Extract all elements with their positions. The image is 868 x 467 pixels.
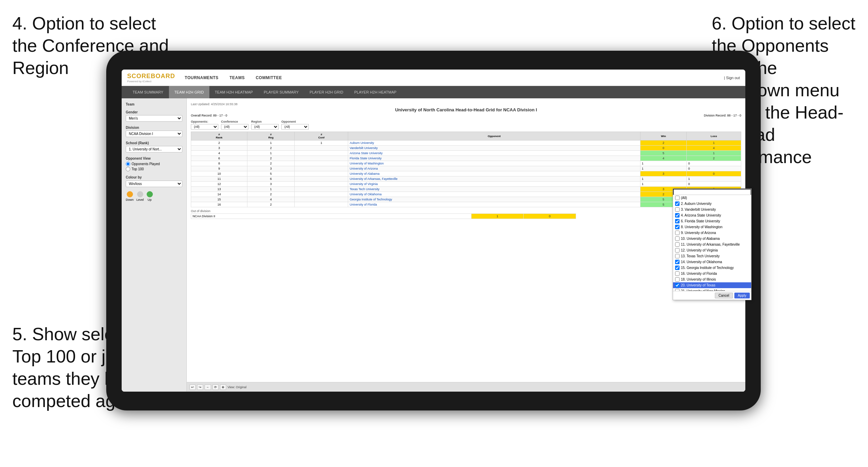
- dropdown-item[interactable]: (All): [673, 195, 751, 201]
- col-win: Win: [640, 132, 686, 140]
- toolbar-redo[interactable]: ↪: [197, 384, 203, 390]
- dropdown-item[interactable]: 10. University of Alabama: [673, 236, 751, 242]
- cell-opponent[interactable]: Vanderbilt University: [348, 146, 640, 151]
- sub-nav-team-h2h-grid[interactable]: TEAM H2H GRID: [169, 86, 209, 98]
- cell-conf: [295, 151, 348, 156]
- cell-opponent[interactable]: University of Florida: [348, 202, 640, 207]
- cell-opponent[interactable]: Arizona State University: [348, 151, 640, 156]
- dropdown-item-checkbox-8[interactable]: [675, 242, 680, 247]
- sub-nav-player-summary[interactable]: PLAYER SUMMARY: [258, 86, 304, 98]
- dropdown-item[interactable]: 16. University of Florida: [673, 271, 751, 276]
- radio-opponents-played-input[interactable]: [126, 162, 130, 166]
- sub-nav-player-h2h-grid[interactable]: PLAYER H2H GRID: [304, 86, 349, 98]
- cancel-button[interactable]: Cancel: [715, 293, 733, 298]
- cell-opponent[interactable]: Florida State University: [348, 156, 640, 161]
- dropdown-item[interactable]: 11. University of Arkansas, Fayetteville: [673, 242, 751, 247]
- toolbar-zoom[interactable]: ⊕: [220, 384, 226, 390]
- cell-opponent[interactable]: University of Washington: [348, 161, 640, 166]
- cell-loss: 0: [687, 166, 741, 171]
- dropdown-item-checkbox-1[interactable]: [675, 201, 680, 206]
- sub-nav-team-summary[interactable]: TEAM SUMMARY: [127, 86, 169, 98]
- sign-out[interactable]: | Sign out: [724, 76, 740, 80]
- dropdown-item[interactable]: 14. University of Oklahoma: [673, 259, 751, 265]
- cell-rank: 8: [191, 161, 247, 166]
- table-row: 16 2 University of Florida 5 1: [191, 202, 741, 207]
- dropdown-item-checkbox-5[interactable]: [675, 225, 680, 229]
- dropdown-item[interactable]: 18. University of Illinois: [673, 276, 751, 282]
- dropdown-item-label: 6. Florida State University: [681, 219, 720, 223]
- sub-nav-player-h2h-heatmap[interactable]: PLAYER H2H HEATMAP: [349, 86, 402, 98]
- table-row: 11 6 University of Arkansas, Fayettevill…: [191, 176, 741, 182]
- sub-nav-team-h2h-heatmap[interactable]: TEAM H2H HEATMAP: [209, 86, 258, 98]
- dropdown-item-checkbox-2[interactable]: [675, 207, 680, 212]
- dropdown-item-checkbox-14[interactable]: [675, 277, 680, 282]
- dropdown-item-checkbox-12[interactable]: [675, 266, 680, 270]
- dropdown-search-input[interactable]: [673, 189, 751, 195]
- dropdown-item[interactable]: 4. Arizona State University: [673, 212, 751, 218]
- sidebar-division-select[interactable]: NCAA Division I: [126, 131, 182, 137]
- toolbar-back[interactable]: ←: [205, 384, 211, 390]
- dropdown-item-checkbox-3[interactable]: [675, 213, 680, 218]
- dropdown-item-checkbox-9[interactable]: [675, 248, 680, 253]
- dropdown-item[interactable]: 6. Florida State University: [673, 218, 751, 224]
- table-row: 8 2 University of Washington 1 0: [191, 161, 741, 166]
- cell-opponent[interactable]: Georgia Institute of Technology: [348, 197, 640, 202]
- radio-top100-input[interactable]: [126, 167, 130, 171]
- cell-loss: 1: [687, 151, 741, 156]
- filter-conference-select[interactable]: (All): [221, 124, 248, 130]
- filter-opponent-select[interactable]: (All): [281, 124, 309, 130]
- cell-rank: 4: [191, 151, 247, 156]
- dropdown-item[interactable]: 13. Texas Tech University: [673, 253, 751, 259]
- tablet: SCOREBOARD Powered by iCollect TOURNAMEN…: [106, 51, 761, 410]
- cell-opponent[interactable]: Auburn University: [348, 140, 640, 146]
- dropdown-item[interactable]: 21. University of New Mexico: [673, 288, 751, 291]
- cell-rank: 16: [191, 202, 247, 207]
- dropdown-item-label: 18. University of Illinois: [681, 278, 716, 281]
- cell-opponent[interactable]: University of Virginia: [348, 182, 640, 187]
- col-opponent: Opponent: [348, 132, 640, 140]
- cell-opponent[interactable]: University of Oklahoma: [348, 192, 640, 197]
- dropdown-item-checkbox-15[interactable]: [675, 283, 680, 287]
- filter-opponents-select[interactable]: (All): [191, 124, 218, 130]
- dropdown-item-checkbox-10[interactable]: [675, 254, 680, 258]
- dropdown-item[interactable]: 3. Vanderbilt University: [673, 207, 751, 212]
- nav-tournaments[interactable]: TOURNAMENTS: [185, 75, 219, 80]
- sidebar-school-select[interactable]: 1. University of Nort...: [126, 146, 182, 152]
- nav-teams[interactable]: TEAMS: [230, 75, 245, 80]
- filter-opponent: Opponent (All): [281, 120, 309, 130]
- apply-button[interactable]: Apply: [734, 293, 750, 298]
- dropdown-item-checkbox-13[interactable]: [675, 271, 680, 276]
- dropdown-item-checkbox-6[interactable]: [675, 231, 680, 235]
- filter-opponent-label: Opponent: [281, 120, 309, 123]
- dropdown-item[interactable]: 8. University of Washington: [673, 224, 751, 230]
- dropdown-item-label: 4. Arizona State University: [681, 213, 721, 217]
- dropdown-item[interactable]: 15. Georgia Institute of Technology: [673, 265, 751, 271]
- cell-opponent[interactable]: Texas Tech University: [348, 187, 640, 192]
- toolbar-refresh[interactable]: ⟳: [212, 384, 219, 390]
- colour-by-select[interactable]: Win/loss: [126, 181, 182, 187]
- table-row: 14 2 University of Oklahoma 2 2: [191, 192, 741, 197]
- cell-win: 4: [640, 156, 686, 161]
- cell-reg: 1: [247, 151, 294, 156]
- dropdown-item-checkbox-7[interactable]: [675, 236, 680, 241]
- cell-loss: 0: [687, 171, 741, 176]
- toolbar-undo[interactable]: ↩: [190, 384, 196, 390]
- dropdown-item[interactable]: 9. University of Arizona: [673, 230, 751, 236]
- cell-opponent[interactable]: University of Alabama: [348, 171, 640, 176]
- cell-reg: 2: [247, 146, 294, 151]
- sidebar-gender-select[interactable]: Men's: [126, 115, 182, 122]
- dropdown-item[interactable]: 12. University of Virginia: [673, 247, 751, 253]
- dropdown-item-label: 3. Vanderbilt University: [681, 208, 716, 211]
- dropdown-item[interactable]: 20. University of Texas: [673, 282, 751, 288]
- filter-region-select[interactable]: (All): [251, 124, 279, 130]
- dropdown-item-checkbox-4[interactable]: [675, 219, 680, 223]
- dropdown-item-checkbox-0[interactable]: [675, 196, 680, 200]
- dropdown-item-checkbox-11[interactable]: [675, 260, 680, 264]
- cell-win: 1: [640, 182, 686, 187]
- sidebar-team-label: Team: [126, 102, 182, 106]
- cell-opponent[interactable]: University of Arizona: [348, 166, 640, 171]
- dropdown-item[interactable]: 2. Auburn University: [673, 201, 751, 207]
- nav-committee[interactable]: COMMITTEE: [256, 75, 282, 80]
- cell-opponent[interactable]: University of Arkansas, Fayetteville: [348, 176, 640, 182]
- dropdown-item-checkbox-16[interactable]: [675, 289, 680, 291]
